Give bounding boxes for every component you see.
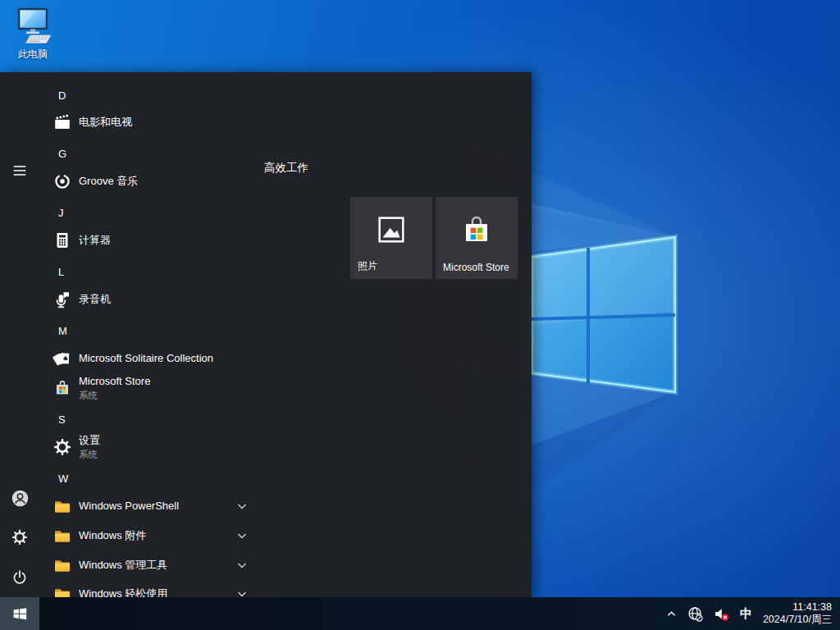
store-icon [459,212,495,248]
start-menu-rail [0,72,39,597]
section-header-g[interactable]: G [39,144,288,163]
ime-indicator[interactable]: 中 [740,606,752,622]
clock-time: 11:41:38 [763,601,832,614]
folder-item-label: Windows 附件 [79,529,146,542]
network-status-button[interactable] [687,606,703,622]
section-header-j[interactable]: J [39,203,288,222]
section-header-d[interactable]: D [39,85,288,105]
start-menu-app-list: D 电影和电视 G Groove 音乐 J [39,72,285,597]
tile-group-title[interactable]: 高效工作 [264,161,308,176]
app-item-microsoft-store[interactable]: Microsoft Store 系统 [39,370,274,406]
power-icon [11,568,29,587]
app-item-label: 计算器 [79,234,111,247]
folder-icon [52,555,72,575]
app-item-title: Microsoft Store [79,375,150,388]
expand-menu-button[interactable] [0,154,39,187]
app-item-movies-tv[interactable]: 电影和电视 [39,107,274,137]
clock-date: 2024/7/10/周三 [763,614,832,626]
tile-label: 照片 [358,259,377,273]
tile-microsoft-store[interactable]: Microsoft Store [436,197,518,279]
taskbar: 中 11:41:38 2024/7/10/周三 [0,597,840,630]
start-button[interactable] [0,597,39,630]
chevron-down-icon[interactable] [236,588,248,597]
system-tray: 中 11:41:38 2024/7/10/周三 [666,597,840,630]
app-item-label: 电影和电视 [79,116,132,129]
section-letter: L [58,266,64,278]
calculator-icon [52,231,72,250]
app-item-title: 设置 [79,434,100,447]
folder-item-label: Windows 管理工具 [79,559,167,572]
app-item-groove-music[interactable]: Groove 音乐 [39,167,274,196]
section-letter: S [58,413,66,426]
section-header-m[interactable]: M [39,321,288,340]
app-item-calculator[interactable]: 计算器 [39,226,274,255]
chevron-down-icon[interactable] [236,559,248,571]
movies-tv-icon [52,112,72,132]
section-letter: M [58,325,67,337]
show-hidden-icons-button[interactable] [666,609,677,619]
folder-item-windows-accessories[interactable]: Windows 附件 [39,521,274,550]
section-letter: W [58,472,68,485]
folder-item-label: Windows 轻松使用 [79,587,167,597]
network-globe-offline-icon [687,606,703,622]
app-item-settings[interactable]: 设置 系统 [39,429,274,465]
chevron-up-icon [666,609,677,619]
app-item-label: Microsoft Solitaire Collection [79,352,213,365]
folder-icon [52,584,72,597]
this-pc-icon [12,6,53,47]
volume-muted-icon [714,606,729,622]
section-letter: G [58,148,66,160]
photos-icon [374,212,409,247]
section-letter: D [58,89,66,102]
settings-button[interactable] [0,521,39,554]
tile-label: Microsoft Store [443,262,509,273]
user-account-button[interactable] [0,482,39,514]
chevron-down-icon[interactable] [236,530,248,541]
windows-logo-icon [11,605,29,623]
section-header-w[interactable]: W [39,468,288,488]
folder-icon [52,526,72,546]
user-avatar-icon [11,489,30,508]
folder-icon [52,496,72,516]
gear-icon [52,437,72,457]
start-menu: D 电影和电视 G Groove 音乐 J [0,72,532,597]
folder-item-windows-ease-of-access[interactable]: Windows 轻松使用 [39,579,274,597]
svg-text:♠: ♠ [62,354,69,363]
app-item-solitaire[interactable]: ♠ Microsoft Solitaire Collection [39,344,274,373]
section-letter: J [58,207,64,219]
app-item-label: Groove 音乐 [79,175,138,188]
volume-button[interactable] [714,606,729,622]
hamburger-icon [11,162,28,179]
app-item-sublabel: 系统 [79,448,100,461]
voice-recorder-icon [52,290,72,309]
gear-icon [11,528,29,546]
taskbar-clock[interactable]: 11:41:38 2024/7/10/周三 [763,601,832,626]
app-item-label: 录音机 [79,293,111,306]
desktop-icon-label: 此电脑 [18,48,48,62]
section-header-s[interactable]: S [39,409,288,429]
section-header-l[interactable]: L [39,262,288,281]
tile-photos[interactable]: 照片 [350,197,432,279]
app-item-voice-recorder[interactable]: 录音机 [39,285,274,314]
app-item-sublabel: 系统 [79,389,150,402]
desktop-icon-this-pc[interactable]: 此电脑 [9,6,57,62]
chevron-down-icon[interactable] [236,500,248,512]
app-item-label: Microsoft Store 系统 [79,375,150,402]
folder-item-windows-admin-tools[interactable]: Windows 管理工具 [39,550,274,580]
power-button[interactable] [0,561,39,594]
app-item-label: 设置 系统 [79,434,100,461]
store-icon [52,378,72,398]
groove-music-icon [52,171,72,191]
folder-item-label: Windows PowerShell [79,500,179,513]
solitaire-icon: ♠ [52,349,72,368]
folder-item-windows-powershell[interactable]: Windows PowerShell [39,491,274,521]
